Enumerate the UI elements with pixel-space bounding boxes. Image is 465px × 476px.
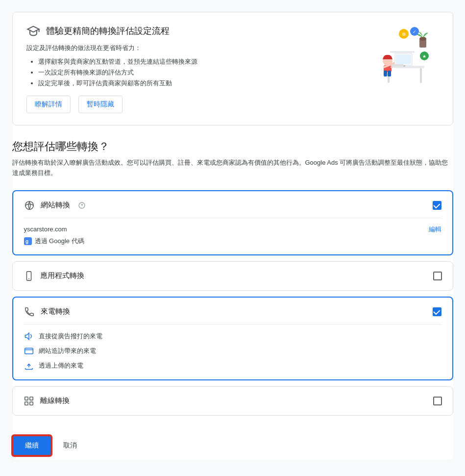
offline-card-left: 離線轉換 [24, 396, 70, 406]
app-checkbox[interactable] [433, 272, 442, 280]
svg-text:★: ★ [422, 54, 426, 59]
app-conversion-card[interactable]: 應用程式轉換 [12, 261, 453, 291]
offline-card-label: 離線轉換 [40, 396, 70, 405]
call-sub-item-2: 網站造訪帶來的來電 [24, 346, 441, 356]
svg-rect-22 [392, 64, 404, 67]
svg-text:⊕: ⊕ [402, 31, 406, 37]
call-card-left: 來電轉換 [24, 306, 70, 317]
banner-subtitle: 設定及評估轉換的做法現在更省時省力： [26, 44, 351, 52]
website-edit-button[interactable]: 編輯 [429, 225, 441, 234]
website-icon [24, 200, 35, 211]
svg-text:g: g [25, 239, 28, 244]
continue-button[interactable]: 繼續 [12, 435, 51, 456]
graduation-cap-icon [26, 24, 40, 38]
google-tag-icon: g [24, 237, 32, 245]
call-conversion-card[interactable]: 來電轉換 直接從廣告撥打的來電 [12, 297, 453, 380]
hide-button[interactable]: 暫時隱藏 [78, 96, 122, 113]
offline-checkbox[interactable] [433, 397, 442, 405]
website-card-details: yscarstore.com 編輯 g 透過 Google 代碼 [24, 218, 441, 246]
offline-conversion-card[interactable]: 離線轉換 [12, 386, 453, 416]
website-call-icon [24, 346, 34, 356]
banner-title-text: 體驗更精簡的轉換評估設定流程 [46, 25, 170, 37]
website-card-header: 網站轉換 [24, 200, 441, 211]
call-icon [24, 306, 35, 317]
website-tag-label: 透過 Google 代碼 [35, 237, 84, 246]
cancel-button[interactable]: 取消 [59, 436, 81, 455]
conversion-cards: 網站轉換 yscarstore.com 編輯 g [12, 190, 453, 416]
website-domain-row: yscarstore.com 編輯 [24, 225, 441, 234]
app-icon [24, 271, 34, 281]
svg-rect-34 [29, 401, 32, 404]
svg-point-23 [25, 201, 33, 209]
banner-illustration: ⊕ ✓ ★ [361, 24, 439, 88]
upload-icon [24, 361, 34, 371]
svg-rect-4 [390, 51, 415, 53]
svg-rect-32 [29, 397, 32, 400]
offline-icon [24, 396, 34, 406]
call-card-header: 來電轉換 [24, 306, 441, 317]
learn-more-button[interactable]: 瞭解詳情 [26, 96, 71, 113]
svg-text:✓: ✓ [413, 29, 416, 34]
website-domain: yscarstore.com [24, 225, 67, 233]
app-card-label: 應用程式轉換 [40, 271, 84, 280]
call-sub-items: 直接從廣告撥打的來電 網站造訪帶來的來電 [24, 324, 441, 371]
svg-rect-13 [388, 71, 391, 76]
svg-rect-29 [24, 348, 33, 354]
app-card-header: 應用程式轉換 [24, 271, 442, 281]
call-card-label: 來電轉換 [41, 307, 70, 316]
banner-title: 體驗更精簡的轉換評估設定流程 [26, 24, 351, 38]
call-sub-label-2: 網站造訪帶來的來電 [39, 347, 96, 355]
banner-list-item-1: 選擇顧客與貴商家的互動管道，並預先連結這些轉換來源 [38, 57, 351, 66]
banner-list-item-3: 設定完單後，即可評估貴商家與顧客的所有互動 [38, 79, 351, 88]
website-help-icon[interactable] [78, 201, 86, 209]
website-checkbox[interactable] [433, 201, 441, 210]
banner-list-item-2: 一次設定所有轉換來源的評估方式 [38, 68, 351, 77]
svg-rect-33 [24, 401, 27, 404]
banner-actions: 瞭解詳情 暫時隱藏 [26, 96, 351, 113]
megaphone-icon [24, 331, 34, 341]
svg-rect-12 [384, 71, 387, 76]
call-sub-label-3: 透過上傳的來電 [39, 361, 83, 370]
call-checkbox[interactable] [433, 307, 441, 316]
page-container: 體驗更精簡的轉換評估設定流程 設定及評估轉換的做法現在更省時省力： 選擇顧客與貴… [12, 12, 453, 460]
app-card-left: 應用程式轉換 [24, 271, 84, 281]
svg-point-6 [419, 37, 426, 41]
offline-card-header: 離線轉換 [24, 396, 442, 406]
banner-left: 體驗更精簡的轉換評估設定流程 設定及評估轉換的做法現在更省時省力： 選擇顧客與貴… [26, 24, 351, 113]
call-sub-item-3: 透過上傳的來電 [24, 361, 441, 371]
call-sub-item-1: 直接從廣告撥打的來電 [24, 331, 441, 341]
banner: 體驗更精簡的轉換評估設定流程 設定及評估轉換的做法現在更省時省力： 選擇顧客與貴… [12, 12, 453, 125]
banner-list: 選擇顧客與貴商家的互動管道，並預先連結這些轉換來源 一次設定所有轉換來源的評估方… [26, 57, 351, 88]
section-title: 您想評估哪些轉換？ [12, 139, 453, 154]
call-sub-label-1: 直接從廣告撥打的來電 [39, 332, 102, 341]
svg-rect-3 [420, 68, 422, 83]
svg-rect-31 [24, 397, 27, 400]
section-description: 評估轉換有助於深入瞭解廣告活動成效。您可以評估購買、註冊、來電或您商家認為有價值… [12, 158, 453, 178]
svg-rect-8 [396, 54, 411, 64]
footer-actions: 繼續 取消 [12, 431, 453, 460]
svg-rect-27 [26, 271, 31, 280]
website-conversion-card[interactable]: 網站轉換 yscarstore.com 編輯 g [12, 190, 453, 255]
website-tag-row: g 透過 Google 代碼 [24, 237, 441, 246]
website-card-label: 網站轉換 [41, 200, 70, 210]
website-card-left: 網站轉換 [24, 200, 86, 211]
